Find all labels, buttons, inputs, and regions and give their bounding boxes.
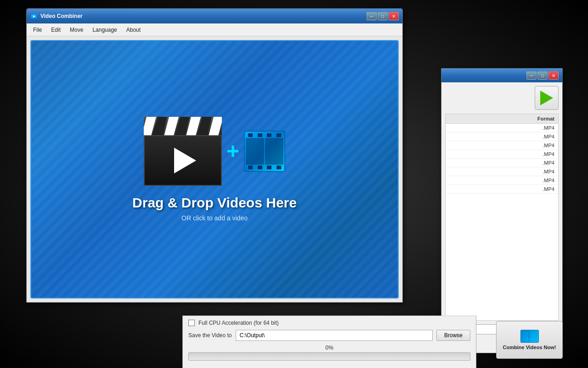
film-hole-8 <box>277 166 281 169</box>
file-row[interactable]: .MP4 <box>446 185 558 194</box>
film-holes-bottom <box>246 166 283 169</box>
main-title-bar: Video Combiner ─ □ ✕ <box>27 9 402 23</box>
file-row[interactable]: .MP4 <box>446 132 558 141</box>
combine-film-icon-2 <box>529 330 539 343</box>
clapper-top <box>144 117 222 138</box>
minimize-button[interactable]: ─ <box>367 12 377 20</box>
file-list-rows: .MP4 .MP4 .MP4 .MP4 .MP4 .MP4 .M <box>446 124 558 194</box>
menu-language[interactable]: Language <box>88 25 121 35</box>
film-frame-2 <box>265 138 283 165</box>
second-window: ─ □ ✕ Format .MP4 .MP4 <box>441 68 563 353</box>
cpu-row: Full CPU Acceleration (for 64 bit) <box>188 320 470 326</box>
play-icon <box>174 148 196 173</box>
file-format-5: .MP4 <box>543 160 554 166</box>
file-row[interactable]: .MP4 <box>446 176 558 185</box>
cpu-label: Full CPU Acceleration (for 64 bit) <box>198 320 279 326</box>
title-bar-buttons: ─ □ ✕ <box>367 12 399 20</box>
film-frames <box>246 137 283 166</box>
arrow-button-row <box>441 82 562 114</box>
clapper-stripes <box>144 117 222 138</box>
film-strip-icon <box>244 131 285 172</box>
second-tb-buttons: ─ □ ✕ <box>526 71 559 80</box>
save-row: Save the Video to Browse <box>188 330 470 341</box>
save-path-input[interactable] <box>236 330 433 341</box>
main-window: Video Combiner ─ □ ✕ File Edit Move Lang… <box>26 8 403 303</box>
file-list-area: Format .MP4 .MP4 .MP4 .MP4 .MP4 <box>445 114 559 321</box>
file-row[interactable]: .MP4 <box>446 159 558 167</box>
film-frame-1 <box>246 138 264 165</box>
menu-about[interactable]: About <box>122 25 145 35</box>
bottom-controls: Full CPU Acceleration (for 64 bit) Save … <box>182 316 476 368</box>
progress-label: 0% <box>188 345 470 351</box>
drop-icon-container: + <box>144 117 285 186</box>
clapper-body <box>144 135 222 186</box>
second-content: Format .MP4 .MP4 .MP4 .MP4 .MP4 <box>441 82 562 353</box>
film-hole-4 <box>277 133 281 137</box>
file-format-3: .MP4 <box>543 143 554 148</box>
film-hole-6 <box>258 166 262 169</box>
film-hole-3 <box>267 133 271 137</box>
film-hole-2 <box>258 133 262 137</box>
save-label: Save the Video to <box>188 332 232 339</box>
file-row[interactable]: .MP4 <box>446 150 558 159</box>
arrow-right-button[interactable] <box>535 86 559 110</box>
menu-bar: File Edit Move Language About <box>27 23 402 36</box>
format-column-header: Format <box>537 116 554 121</box>
film-hole-1 <box>248 133 253 137</box>
second-maximize-button[interactable]: □ <box>537 71 548 80</box>
menu-move[interactable]: Move <box>65 25 88 35</box>
cpu-checkbox[interactable] <box>188 320 195 326</box>
combine-button[interactable]: Combine Videos Now! <box>496 321 563 359</box>
file-row[interactable]: .MP4 <box>446 124 558 132</box>
file-row[interactable]: .MP4 <box>446 141 558 150</box>
file-format-6: .MP4 <box>543 169 554 174</box>
content-area: + <box>27 36 402 302</box>
file-format-2: .MP4 <box>543 134 554 139</box>
file-format-4: .MP4 <box>543 151 554 157</box>
second-minimize-button[interactable]: ─ <box>526 71 537 80</box>
file-format-8: .MP4 <box>543 186 554 192</box>
app-icon <box>30 12 38 20</box>
second-close-button[interactable]: ✕ <box>548 71 559 80</box>
main-window-title: Video Combiner <box>40 13 367 19</box>
film-holes-top <box>246 133 283 137</box>
file-row[interactable]: .MP4 <box>446 167 558 176</box>
file-list-header: Format <box>446 114 558 124</box>
film-hole-5 <box>248 166 253 169</box>
maximize-button[interactable]: □ <box>378 12 388 20</box>
clapperboard-icon <box>144 117 222 186</box>
drop-title: Drag & Drop Videos Here <box>132 195 297 211</box>
file-format-7: .MP4 <box>543 178 554 183</box>
second-title-bar: ─ □ ✕ <box>441 69 562 82</box>
file-format-1: .MP4 <box>543 125 554 131</box>
progress-row: 0% <box>188 345 470 361</box>
browse-button[interactable]: Browse <box>436 330 470 341</box>
menu-file[interactable]: File <box>28 25 46 35</box>
drop-zone[interactable]: + <box>30 40 399 299</box>
menu-edit[interactable]: Edit <box>46 25 65 35</box>
progress-bar-background <box>188 352 470 361</box>
combine-label: Combine Videos Now! <box>503 345 556 350</box>
drop-subtitle: OR click to add a video <box>181 214 248 222</box>
plus-icon: + <box>226 140 239 162</box>
close-button[interactable]: ✕ <box>389 12 399 20</box>
arrow-right-icon <box>540 91 553 105</box>
film-hole-7 <box>267 166 271 169</box>
